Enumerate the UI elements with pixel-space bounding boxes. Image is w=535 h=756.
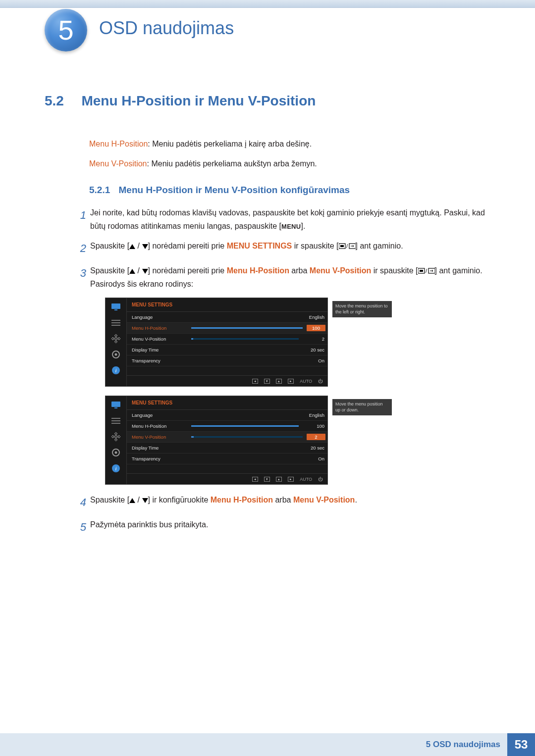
section-heading: 5.2 Menu H-Position ir Menu V-Position <box>45 93 500 109</box>
svg-rect-17 <box>111 402 120 407</box>
svg-rect-18 <box>114 407 117 408</box>
slider-track <box>191 338 299 340</box>
osd-item-vpos: Menu V-Position2 <box>127 334 327 345</box>
step-body: Spauskite [ / ] norėdami pereiti prie Me… <box>90 264 500 291</box>
footer-page-number: 53 <box>507 733 535 756</box>
osd-item-hpos: Menu H-Position100 <box>127 421 327 432</box>
osd-content: MENU SETTINGS LanguageEnglish Menu H-Pos… <box>126 298 327 386</box>
move-icon <box>109 333 122 345</box>
slider-fill <box>191 436 194 438</box>
slider-fill <box>191 338 193 340</box>
gear-icon <box>109 447 122 458</box>
step-number: 5 <box>76 518 90 536</box>
down-button-icon: ▾ <box>264 379 270 384</box>
right-button-icon: ▸ <box>288 477 294 482</box>
osd-sidebar: i <box>106 298 126 386</box>
svg-rect-12 <box>111 325 120 326</box>
slider-track <box>191 425 299 427</box>
left-button-icon: ◂ <box>252 477 258 482</box>
intro-vpos-desc: : Meniu padėtis perkeliama aukštyn arba … <box>147 159 317 168</box>
step-5: 5 Pažymėta parinktis bus pritaikyta. <box>45 518 500 536</box>
svg-text:/: / <box>426 268 428 274</box>
intro-vpos-label: Menu V-Position <box>89 159 147 168</box>
right-button-icon: ▸ <box>288 379 294 384</box>
down-button-icon: ▾ <box>264 477 270 482</box>
intro-hpos-desc: : Meniu padėtis perkeliama į kairę arba … <box>148 140 312 148</box>
osd-panel: Move the menu position to the left or ri… <box>105 298 328 387</box>
svg-text:i: i <box>115 465 116 471</box>
step-body: Spauskite [ / ] norėdami pereiti prie ME… <box>90 240 500 257</box>
intro-hpos-label: Menu H-Position <box>89 140 148 148</box>
power-icon: ⏻ <box>318 477 322 482</box>
svg-rect-1 <box>340 245 344 247</box>
svg-rect-11 <box>111 322 120 323</box>
step-number: 2 <box>76 240 90 257</box>
osd-tooltip: Move the menu position to the left or ri… <box>332 301 392 317</box>
osd-item-transparency: TransparencyOn <box>127 454 327 464</box>
up-button-icon: ▴ <box>276 379 282 384</box>
list-icon <box>109 317 122 329</box>
osd-tooltip: Move the menu position up or down. <box>332 399 392 415</box>
osd-item-vpos: Menu V-Position2 <box>127 432 327 443</box>
header-stripe <box>0 0 535 8</box>
osd-item-language: LanguageEnglish <box>127 312 327 323</box>
info-icon: i <box>109 462 122 474</box>
enter-switch-icon: / <box>339 243 356 249</box>
step-number: 4 <box>76 494 90 511</box>
triangle-down-icon <box>142 498 148 503</box>
gear-icon <box>109 349 122 360</box>
slider-track <box>191 327 303 329</box>
svg-text:/: / <box>346 243 348 249</box>
enter-switch-icon: / <box>418 268 435 274</box>
svg-rect-19 <box>111 418 120 419</box>
triangle-down-icon <box>142 269 148 274</box>
accent-hpos: Menu H-Position <box>227 266 289 275</box>
subsection-heading: 5.2.1 Menu H-Position ir Menu V-Position… <box>89 185 500 196</box>
triangle-up-icon <box>129 244 135 249</box>
svg-point-23 <box>115 452 117 454</box>
slider-fill <box>191 425 299 427</box>
slider-track <box>191 436 303 438</box>
chapter-title: OSD naudojimas <box>99 18 234 39</box>
step-body: Jei norite, kad būtų rodomas klavišų vad… <box>90 206 500 233</box>
svg-rect-21 <box>111 423 120 424</box>
triangle-down-icon <box>142 244 148 249</box>
info-icon: i <box>109 364 122 376</box>
osd-item-displaytime: Display Time20 sec <box>127 443 327 454</box>
step-1: 1 Jei norite, kad būtų rodomas klavišų v… <box>45 206 500 233</box>
step-2: 2 Spauskite [ / ] norėdami pereiti prie … <box>45 240 500 257</box>
intro-vpos: Menu V-Position: Meniu padėtis perkeliam… <box>89 157 500 170</box>
svg-rect-8 <box>111 303 120 309</box>
footer-chapter-label: 5 OSD naudojimas <box>426 740 500 750</box>
monitor-icon <box>109 301 122 313</box>
chapter-number-badge: 5 <box>45 9 87 51</box>
menu-button-label: MENU <box>281 223 301 230</box>
section-title: Menu H-Position ir Menu V-Position <box>81 93 316 109</box>
menu-settings-accent: MENU SETTINGS <box>227 242 292 250</box>
osd-panel: Move the menu position up or down. i MEN… <box>105 396 328 485</box>
svg-rect-20 <box>111 420 120 421</box>
accent-vpos: Menu V-Position <box>293 496 355 504</box>
left-button-icon: ◂ <box>252 379 258 384</box>
osd-screenshot-1: Move the menu position to the left or ri… <box>105 298 500 387</box>
osd-footer-buttons: ◂ ▾ ▴ ▸ AUTO ⏻ <box>126 375 327 386</box>
osd-sidebar: i <box>106 396 126 484</box>
svg-rect-5 <box>420 270 423 272</box>
section-body: 5.2 Menu H-Position ir Menu V-Position M… <box>45 93 500 544</box>
intro-block: Menu H-Position: Meniu padėtis perkeliam… <box>45 138 500 170</box>
triangle-up-icon <box>129 269 135 274</box>
up-button-icon: ▴ <box>276 477 282 482</box>
auto-label: AUTO <box>300 477 312 482</box>
slider-fill <box>191 327 303 329</box>
auto-label: AUTO <box>300 379 312 384</box>
step-number: 3 <box>76 264 90 291</box>
svg-rect-9 <box>114 309 117 310</box>
step-body: Spauskite [ / ] ir konfigūruokite Menu H… <box>90 494 500 511</box>
step-body: Pažymėta parinktis bus pritaikyta. <box>90 518 500 536</box>
osd-item-hpos: Menu H-Position100 <box>127 323 327 334</box>
osd-item-language: LanguageEnglish <box>127 410 327 421</box>
step-number: 1 <box>76 206 90 233</box>
step-4: 4 Spauskite [ / ] ir konfigūruokite Menu… <box>45 494 500 511</box>
page-footer: 5 OSD naudojimas 53 <box>0 733 535 756</box>
osd-item-transparency: TransparencyOn <box>127 355 327 366</box>
